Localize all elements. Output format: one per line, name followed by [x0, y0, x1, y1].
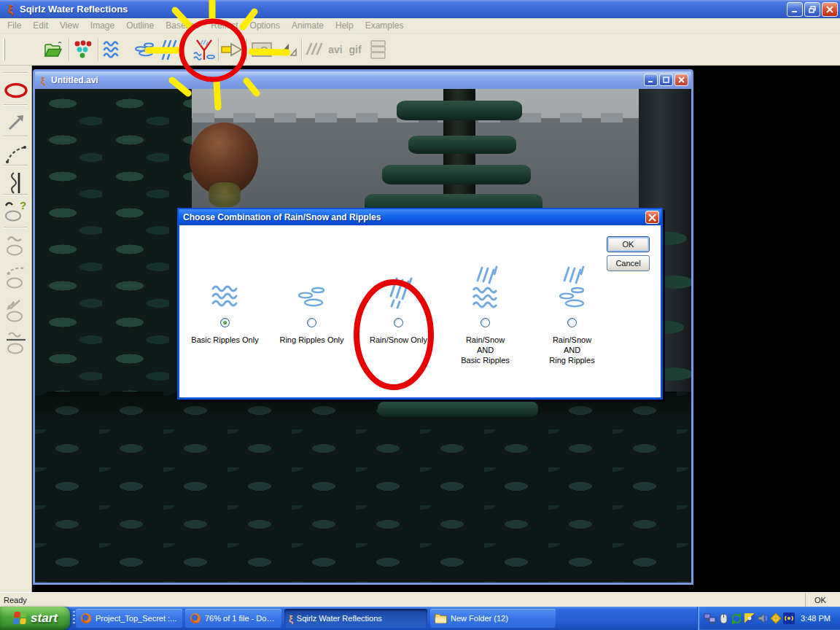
menu-options[interactable]: Options [244, 20, 286, 31]
export-avi-button-label: avi [328, 44, 342, 55]
doc-minimize-button[interactable] [644, 74, 658, 86]
restore-button[interactable] [804, 2, 820, 17]
option-rain-and-ring-ripples-radio[interactable] [567, 318, 577, 327]
waveline-outline-tool-disabled [0, 329, 31, 358]
task-new-folder[interactable]: New Folder (12) [430, 609, 556, 628]
main-titlebar[interactable]: ξ Sqirlz Water Reflections [0, 0, 840, 18]
sidebar-separator [4, 227, 28, 228]
tool-sidebar: ? [0, 66, 32, 592]
window-title: Sqirlz Water Reflections [20, 4, 128, 15]
menu-animate[interactable]: Animate [286, 20, 330, 31]
start-button[interactable]: start [0, 607, 70, 630]
arrow-ellipse-gray-icon [4, 298, 28, 323]
ring-ripples-button[interactable] [133, 37, 155, 62]
windows-flag-icon [12, 611, 27, 626]
folder-icon [435, 613, 447, 623]
dialog-options: Basic Ripples OnlyRing Ripples OnlyRain/… [182, 262, 616, 365]
doc-maximize-button[interactable] [659, 74, 673, 86]
option-rain-and-basic-ripples-radio[interactable] [481, 318, 490, 327]
option-basic-ripples-only-radio[interactable] [220, 318, 230, 327]
rain-snow-button[interactable] [157, 37, 179, 62]
update-arrows-icon [731, 612, 742, 624]
option-ring-ripples-only: Ring Ripples Only [268, 262, 355, 365]
firefox-icon [80, 612, 92, 624]
task-project-top-secret[interactable]: Project_Top_Secret :... [76, 609, 182, 628]
curve-ellipse-gray-icon [4, 265, 28, 290]
run-animation-icon [220, 42, 244, 58]
menu-baseline[interactable]: Baseline [160, 20, 205, 31]
wavy-line-icon [8, 171, 24, 195]
menu-view[interactable]: View [54, 20, 85, 31]
status-text: Ready [4, 596, 27, 604]
outline-query-icon: ? [4, 199, 28, 224]
curve-outline-tool-disabled [0, 263, 31, 292]
ok-button[interactable]: OK [607, 236, 650, 252]
menu-bar: FileEditViewImageOutlineBaselineReflectO… [0, 18, 840, 34]
gold-diamond-icon [770, 612, 782, 624]
draw-outline-tool[interactable] [0, 76, 31, 105]
toolbar-separator [98, 39, 99, 61]
lego-baseplate [35, 392, 691, 583]
option-rain-and-ring-ripples: Rain/SnowANDRing Ripples [529, 262, 615, 365]
rain-basic-ripples-icon [469, 262, 502, 309]
task-download-progress-label: 76% of 1 file - Downl... [205, 614, 277, 623]
document-titlebar[interactable]: ξ Untitled.avi [35, 71, 691, 89]
rain-ripples-dialog: Choose Combination of Rain/Snow and Ripp… [177, 208, 663, 400]
view-image-icon [251, 41, 273, 58]
curved-baseline-tool[interactable] [0, 139, 31, 168]
mouse-icon [718, 612, 729, 624]
lego-tree-branch [408, 136, 516, 154]
rain-ripples-combination-button[interactable] [192, 37, 216, 62]
option-basic-ripples-only-label: Basic Ripples Only [191, 335, 258, 345]
toolbar-separator [69, 39, 70, 61]
wave-edge-tool[interactable] [0, 168, 31, 198]
color-balls-icon [74, 40, 93, 59]
open-file-button[interactable] [42, 37, 64, 62]
lego-tree-branch [397, 101, 522, 120]
straight-baseline-tool[interactable] [0, 108, 31, 137]
toolbar-grip [3, 39, 5, 61]
toolbar-separator [218, 39, 219, 61]
basic-ripples-button[interactable] [102, 37, 124, 62]
main-toolbar: avigif [0, 34, 840, 66]
start-label: start [31, 611, 58, 626]
document-title: Untitled.avi [51, 75, 98, 85]
ring-ripples-icon [133, 42, 155, 57]
doc-close-button[interactable] [674, 74, 688, 86]
open-file-icon [43, 40, 63, 59]
toolbar-separator [301, 39, 303, 61]
sqirlz-logo-icon: ξ [289, 613, 293, 624]
option-rain-and-basic-ripples-label: Rain/SnowANDBasic Ripples [461, 335, 510, 365]
option-ring-ripples-only-label: Ring Ripples Only [279, 335, 343, 345]
view-image-button [251, 37, 273, 62]
menu-help[interactable]: Help [330, 20, 359, 31]
option-rain-snow-only-radio[interactable] [394, 318, 403, 327]
close-button[interactable] [822, 2, 838, 17]
menu-edit[interactable]: Edit [27, 20, 54, 31]
rain-preview-button [305, 37, 324, 62]
option-ring-ripples-only-radio[interactable] [307, 318, 316, 327]
task-new-folder-label: New Folder (12) [451, 614, 508, 623]
dialog-titlebar[interactable]: Choose Combination of Rain/Snow and Ripp… [179, 209, 661, 225]
query-outline-tool[interactable]: ? [0, 197, 31, 226]
color-options-button[interactable] [72, 37, 94, 62]
minimize-button[interactable] [787, 2, 803, 17]
option-basic-ripples-only: Basic Ripples Only [182, 262, 268, 365]
status-right-panel: OK [805, 593, 840, 607]
status-bar: Ready OK [0, 592, 840, 607]
menu-file[interactable]: File [1, 20, 27, 31]
dialog-close-button[interactable] [645, 211, 659, 224]
reflect-triangles-icon [276, 42, 298, 58]
menu-image[interactable]: Image [85, 20, 120, 31]
reflection-button [276, 37, 298, 62]
task-download-progress[interactable]: 76% of 1 file - Downl... [185, 609, 281, 628]
rain-snow-gray-icon [306, 42, 323, 57]
task-sqirlz-water-reflections[interactable]: ξSqirlz Water Reflections [284, 609, 427, 628]
run-animation-button[interactable] [220, 37, 244, 62]
network-icon [704, 612, 716, 624]
menu-examples[interactable]: Examples [359, 20, 410, 31]
screen: ξ Sqirlz Water Reflections FileEditViewI… [0, 0, 840, 630]
menu-reflect[interactable]: Reflect [205, 20, 244, 31]
menu-outline[interactable]: Outline [120, 20, 160, 31]
volume-icon [757, 612, 769, 624]
